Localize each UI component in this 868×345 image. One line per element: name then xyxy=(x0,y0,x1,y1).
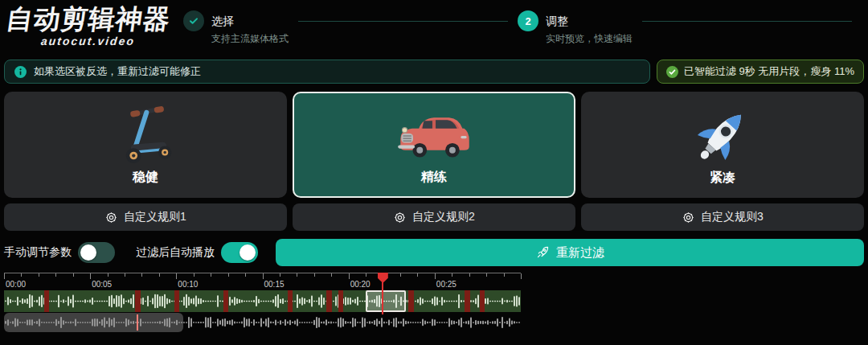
ruler-tick-label: 00:25 xyxy=(436,280,457,289)
ruler-tick xyxy=(452,273,452,277)
step-2-sublabel: 实时预览，快速编辑 xyxy=(546,32,633,46)
step-indicator: 选择 支持主流媒体格式 2 调整 实时预览，快速编辑 xyxy=(183,5,862,56)
overview-selection[interactable] xyxy=(4,313,183,332)
cut-segment xyxy=(408,290,414,312)
status-text: 已智能过滤 9秒 无用片段，瘦身 11% xyxy=(684,64,854,79)
ruler-tick xyxy=(435,273,436,279)
timeline-ruler[interactable]: 00:0000:0500:1000:1500:2000:25 xyxy=(4,273,521,290)
ruler-tick xyxy=(280,273,280,277)
cut-segment xyxy=(480,290,485,312)
gear-icon xyxy=(104,211,118,224)
custom-rules: 自定义规则1 自定义规则2 自定义规则3 xyxy=(4,203,864,231)
app-title: 自动剪辑神器 xyxy=(4,5,172,34)
manual-toggle-label: 手动调节参数 xyxy=(4,245,72,260)
app-window: 自动剪辑神器 autocut.video 选择 支持主流媒体格式 2 调整 xyxy=(0,0,868,345)
cut-segment xyxy=(465,290,470,312)
ruler-tick xyxy=(90,273,91,279)
refilter-label: 重新过滤 xyxy=(556,245,604,261)
ruler-tick xyxy=(4,273,5,279)
step-trailing-line xyxy=(642,21,852,22)
ruler-tick xyxy=(176,273,177,279)
ruler-tick xyxy=(349,273,350,279)
preset-label: 稳健 xyxy=(133,169,158,186)
ruler-tick xyxy=(125,273,125,277)
rule-label: 自定义规则3 xyxy=(701,210,764,224)
ruler-tick xyxy=(159,273,160,277)
autoplay-toggle-label: 过滤后自动播放 xyxy=(136,245,215,260)
manual-toggle[interactable] xyxy=(78,242,115,263)
ruler-tick xyxy=(263,273,264,279)
controls-row: 手动调节参数 过滤后自动播放 重新过滤 xyxy=(4,239,864,266)
status-check-icon xyxy=(666,66,678,78)
preset-card-steady[interactable]: 稳健 xyxy=(4,92,287,198)
preset-label: 紧凑 xyxy=(710,170,735,187)
custom-rule-button-2[interactable]: 自定义规则2 xyxy=(293,203,575,231)
ruler-tick xyxy=(245,273,246,277)
cut-segment xyxy=(44,290,49,312)
cut-segment xyxy=(174,290,179,312)
preset-card-compact[interactable]: 紧凑 xyxy=(581,92,864,198)
gear-icon xyxy=(393,211,407,224)
ruler-tick xyxy=(228,273,229,277)
ruler-tick xyxy=(469,273,470,277)
toggle-knob xyxy=(80,244,96,261)
overview-playhead xyxy=(137,314,138,331)
info-icon xyxy=(14,66,27,78)
ruler-tick xyxy=(521,273,522,279)
cut-segment xyxy=(223,290,228,312)
ruler-tick-label: 00:20 xyxy=(350,280,371,289)
cut-segment xyxy=(288,290,293,312)
cut-segment xyxy=(326,290,332,312)
ruler-tick xyxy=(504,273,505,277)
notice-text: 如果选区被反选，重新过滤可能修正 xyxy=(34,64,201,79)
autoplay-toggle[interactable] xyxy=(221,242,258,263)
custom-rule-button-3[interactable]: 自定义规则3 xyxy=(581,203,864,231)
preset-cards: 稳健 精练 紧凑 xyxy=(4,92,864,198)
cut-segment xyxy=(338,290,343,312)
timeline: 00:0000:0500:1000:1500:2000:25 xyxy=(4,273,521,331)
segment-selection-box[interactable] xyxy=(366,290,406,312)
ruler-tick xyxy=(486,273,487,277)
toggle-knob xyxy=(240,244,256,261)
ruler-tick xyxy=(73,273,74,277)
refilter-button[interactable]: 重新过滤 xyxy=(276,239,864,266)
ruler-tick-label: 00:00 xyxy=(6,280,26,289)
step-1: 选择 支持主流媒体格式 xyxy=(183,10,289,46)
rocket-outline-icon xyxy=(535,245,550,260)
ruler-tick xyxy=(417,273,418,277)
ruler-tick xyxy=(314,273,315,277)
step-2: 2 调整 实时预览，快速编辑 xyxy=(518,10,633,46)
waveform-track[interactable] xyxy=(4,290,521,312)
step-2-number: 2 xyxy=(518,10,538,31)
waveform xyxy=(4,290,521,312)
step-1-sublabel: 支持主流媒体格式 xyxy=(211,32,289,46)
custom-rule-button-1[interactable]: 自定义规则1 xyxy=(4,203,287,231)
playhead-line xyxy=(382,282,383,314)
step-2-label: 调整 xyxy=(546,10,633,31)
ruler-tick xyxy=(331,273,332,277)
app-subtitle: autocut.video xyxy=(41,35,137,47)
header: 自动剪辑神器 autocut.video 选择 支持主流媒体格式 2 调整 xyxy=(0,0,868,56)
info-row: 如果选区被反选，重新过滤可能修正 已智能过滤 9秒 无用片段，瘦身 11% xyxy=(4,60,864,84)
autoplay-toggle-group: 过滤后自动播放 xyxy=(136,242,258,263)
ruler-tick-label: 00:05 xyxy=(92,280,112,289)
step-1-check-icon xyxy=(183,10,204,31)
ruler-tick xyxy=(21,273,22,277)
rule-label: 自定义规则1 xyxy=(124,210,186,224)
manual-toggle-group: 手动调节参数 xyxy=(4,242,115,263)
step-connector-line xyxy=(298,21,508,22)
gear-icon xyxy=(682,211,695,224)
ruler-tick xyxy=(297,273,297,277)
scooter-icon xyxy=(111,105,180,166)
ruler-tick xyxy=(39,273,39,277)
car-icon xyxy=(394,105,474,166)
ruler-tick-label: 00:15 xyxy=(264,280,285,289)
overview-track[interactable] xyxy=(4,314,521,331)
status-badge: 已智能过滤 9秒 无用片段，瘦身 11% xyxy=(657,60,864,84)
preset-label: 精练 xyxy=(421,169,447,186)
step-1-label: 选择 xyxy=(211,10,289,31)
notice-bar: 如果选区被反选，重新过滤可能修正 xyxy=(4,60,650,84)
ruler-tick xyxy=(108,273,108,277)
preset-card-refined[interactable]: 精练 xyxy=(293,92,575,198)
ruler-tick xyxy=(55,273,56,277)
